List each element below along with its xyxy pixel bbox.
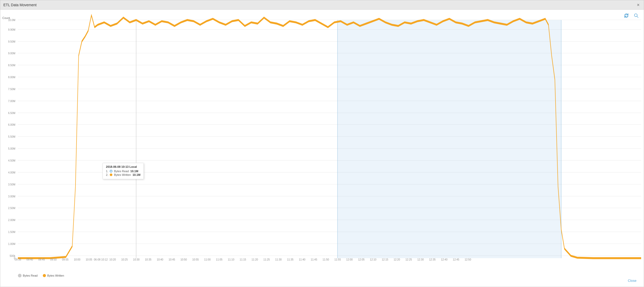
y-tick-label: 6.50M: [8, 111, 15, 114]
tooltip-row1-num: 1.: [106, 170, 108, 173]
title-bar: ETL Data Movement ×: [0, 0, 644, 10]
x-tick-label: 09:45: [38, 258, 45, 261]
y-tick-label: 8.00M: [8, 76, 15, 79]
x-tick-label: 12:50: [465, 258, 471, 261]
x-tick-label: 10:00: [74, 258, 80, 261]
y-tick-label: 8.50M: [8, 64, 15, 67]
legend-area: Bytes Read Bytes Written: [18, 274, 64, 277]
x-tick-label: 10:30: [133, 258, 140, 261]
y-tick-label: 9.50M: [8, 40, 15, 43]
legend-bytes-written-icon: [43, 274, 46, 277]
tooltip-bytes-read-dot: [110, 170, 112, 172]
legend-bytes-written: Bytes Written: [43, 274, 64, 277]
x-tick-label: 10:25: [121, 258, 128, 261]
legend-bytes-read-label: Bytes Read: [23, 274, 38, 277]
selection-range: [338, 20, 561, 258]
y-tick-label: 5.00M: [8, 147, 15, 150]
x-tick-label: 11:50: [323, 258, 329, 261]
etl-data-movement-window: ETL Data Movement × Count 10.0M9.90M9.50…: [0, 0, 644, 287]
y-tick-label: 9.00M: [8, 52, 15, 55]
y-tick-label: 10.0M: [8, 19, 15, 22]
x-tick-label: 12:40: [441, 258, 447, 261]
y-tick-label: 7.50M: [8, 88, 15, 90]
x-tick-label: 11:20: [251, 258, 258, 261]
window-title: ETL Data Movement: [3, 3, 37, 7]
tooltip-row-bytes-written: 2. Bytes Written 10.1M: [106, 173, 140, 176]
chart-area: Count 10.0M9.90M9.50M9.00M8.50M8.00M7.50…: [0, 10, 644, 287]
x-tick-label: 11:45: [311, 258, 317, 261]
x-tick-label: 10:05: [86, 258, 92, 261]
tooltip-row2-num: 2.: [106, 173, 108, 176]
close-button[interactable]: Close: [626, 278, 639, 284]
x-tick-label: 10:55: [192, 258, 199, 261]
x-tick-label: 09:50: [50, 258, 57, 261]
x-tick-label: 06-08 10:12: [94, 258, 108, 261]
y-tick-label: 3.00M: [8, 195, 15, 198]
legend-bytes-read: Bytes Read: [18, 274, 38, 277]
close-icon[interactable]: ×: [637, 3, 640, 7]
x-tick-label: 11:30: [275, 258, 282, 261]
x-tick-label: 11:00: [204, 258, 211, 261]
refresh-icon[interactable]: [623, 12, 630, 19]
x-tick-label: 12:20: [394, 258, 400, 261]
x-tick-label: 10:50: [180, 258, 187, 261]
y-tick-label: 9.90M: [8, 28, 15, 31]
chart-container: Count 10.0M9.90M9.50M9.00M8.50M8.00M7.50…: [0, 12, 644, 266]
x-tick-label: 11:05: [216, 258, 222, 261]
y-tick-label: 7.00M: [8, 99, 15, 102]
y-tick-label: 2.00M: [8, 219, 15, 222]
svg-line-1: [637, 16, 638, 18]
tooltip-bytes-written-label: Bytes Written: [114, 173, 131, 176]
x-tick-label: 10:35: [145, 258, 152, 261]
legend-bytes-written-label: Bytes Written: [47, 274, 64, 277]
legend-bytes-read-icon: [18, 274, 22, 277]
y-tick-label: 4.00M: [8, 171, 15, 174]
y-tick-label: 3.50M: [8, 183, 15, 186]
y-tick-label: 5.50M: [8, 135, 15, 138]
chart-svg: [18, 20, 641, 258]
x-tick-label: 12:45: [453, 258, 459, 261]
search-icon[interactable]: [633, 12, 640, 19]
chart-plot: 2018-06-08 10:13 Local 1. Bytes Read 10.…: [18, 20, 641, 258]
y-tick-label: 1.00M: [8, 242, 15, 245]
x-tick-label: 10:40: [157, 258, 163, 261]
x-tick-label: 09:40: [26, 258, 33, 261]
x-tick-label: 12:25: [406, 258, 412, 261]
x-tick-label: 11:55: [334, 258, 341, 261]
x-tick-label: 12:00: [346, 258, 353, 261]
y-tick-label: 2.50M: [8, 207, 15, 210]
toolbar-icons: [623, 12, 640, 19]
tooltip-row-bytes-read: 1. Bytes Read 10.1M: [106, 170, 140, 173]
x-tick-label: 12:10: [370, 258, 376, 261]
y-tick-label: 6.00M: [8, 123, 15, 126]
tooltip: 2018-06-08 10:13 Local 1. Bytes Read 10.…: [102, 163, 144, 179]
x-tick-label: 12:30: [417, 258, 424, 261]
tooltip-bytes-read-label: Bytes Read: [114, 170, 129, 173]
y-axis: 10.0M9.90M9.50M9.00M8.50M8.00M7.50M7.00M…: [13, 20, 15, 258]
x-tick-label: 12:05: [358, 258, 365, 261]
svg-point-0: [634, 14, 637, 17]
tooltip-bytes-read-value: 10.1M: [130, 170, 138, 173]
x-tick-label: 11:25: [263, 258, 270, 261]
x-axis-labels: 09:3509:4009:4509:5009:5510:0010:0506-08…: [18, 258, 641, 263]
x-tick-label: 10:20: [109, 258, 116, 261]
x-tick-label: 11:35: [287, 258, 293, 261]
x-tick-label: 12:15: [382, 258, 388, 261]
x-tick-label: 11:40: [299, 258, 305, 261]
x-tick-label: 11:15: [240, 258, 246, 261]
tooltip-bytes-written-dot: [110, 173, 112, 176]
tooltip-title: 2018-06-08 10:13 Local: [106, 165, 140, 168]
x-tick-label: 09:35: [15, 258, 21, 261]
y-tick-label: 1.50M: [8, 231, 15, 233]
x-tick-label: 10:45: [169, 258, 175, 261]
x-tick-label: 11:10: [228, 258, 234, 261]
x-tick-label: 12:35: [429, 258, 436, 261]
x-tick-label: 09:55: [62, 258, 68, 261]
tooltip-bytes-written-value: 10.1M: [133, 173, 141, 176]
y-tick-label: 4.50M: [8, 159, 15, 162]
